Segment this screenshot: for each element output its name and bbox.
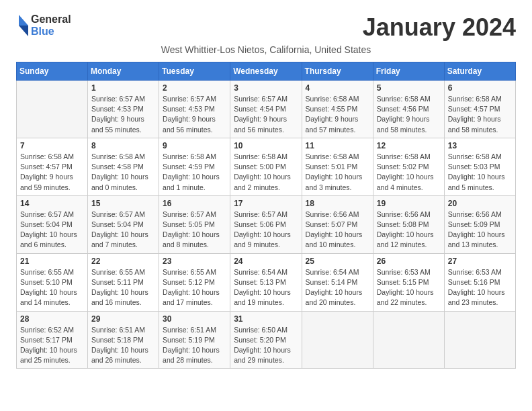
day-info: Sunrise: 6:51 AMSunset: 5:19 PMDaylight:… [163, 325, 226, 366]
day-number: 22 [91, 257, 155, 266]
calendar-cell: 2Sunrise: 6:57 AMSunset: 4:53 PMDaylight… [159, 81, 230, 138]
calendar-cell [17, 81, 88, 138]
day-number: 3 [234, 83, 298, 93]
calendar-cell: 30Sunrise: 6:51 AMSunset: 5:19 PMDayligh… [159, 311, 230, 369]
day-info: Sunrise: 6:57 AMSunset: 5:05 PMDaylight:… [163, 210, 226, 250]
day-number: 10 [234, 141, 298, 150]
day-info: Sunrise: 6:57 AMSunset: 4:54 PMDaylight:… [234, 94, 298, 135]
day-info: Sunrise: 6:54 AMSunset: 5:13 PMDaylight:… [234, 267, 298, 308]
column-header-wednesday: Wednesday [230, 62, 302, 81]
day-info: Sunrise: 6:58 AMSunset: 5:03 PMDaylight:… [448, 152, 512, 193]
day-number: 21 [20, 257, 84, 266]
calendar-week-4: 21Sunrise: 6:55 AMSunset: 5:10 PMDayligh… [17, 253, 516, 311]
svg-marker-1 [19, 26, 28, 36]
day-info: Sunrise: 6:56 AMSunset: 5:07 PMDaylight:… [306, 210, 369, 250]
calendar-week-3: 14Sunrise: 6:57 AMSunset: 5:04 PMDayligh… [17, 195, 516, 253]
day-number: 25 [306, 257, 369, 266]
day-number: 15 [91, 199, 155, 208]
day-number: 26 [377, 257, 441, 266]
day-number: 20 [448, 199, 512, 208]
calendar-cell: 11Sunrise: 6:58 AMSunset: 5:01 PMDayligh… [302, 138, 373, 195]
calendar-cell: 18Sunrise: 6:56 AMSunset: 5:07 PMDayligh… [302, 195, 373, 253]
day-info: Sunrise: 6:58 AMSunset: 4:56 PMDaylight:… [377, 94, 441, 135]
day-info: Sunrise: 6:57 AMSunset: 5:06 PMDaylight:… [234, 210, 298, 250]
logo-icon [16, 13, 30, 38]
day-info: Sunrise: 6:54 AMSunset: 5:14 PMDaylight:… [306, 267, 369, 308]
calendar-cell: 9Sunrise: 6:58 AMSunset: 4:59 PMDaylight… [159, 138, 230, 195]
calendar-cell: 1Sunrise: 6:57 AMSunset: 4:53 PMDaylight… [88, 81, 159, 138]
day-info: Sunrise: 6:58 AMSunset: 4:57 PMDaylight:… [448, 94, 512, 135]
day-number: 24 [234, 257, 298, 266]
calendar-cell: 5Sunrise: 6:58 AMSunset: 4:56 PMDaylight… [373, 81, 444, 138]
day-number: 2 [163, 83, 226, 93]
calendar-cell [444, 311, 515, 369]
calendar-week-2: 7Sunrise: 6:58 AMSunset: 4:57 PMDaylight… [17, 138, 516, 195]
column-header-friday: Friday [373, 62, 444, 81]
calendar-cell: 17Sunrise: 6:57 AMSunset: 5:06 PMDayligh… [230, 195, 302, 253]
day-info: Sunrise: 6:53 AMSunset: 5:15 PMDaylight:… [377, 267, 441, 308]
calendar-cell: 25Sunrise: 6:54 AMSunset: 5:14 PMDayligh… [302, 253, 373, 311]
column-header-saturday: Saturday [444, 62, 515, 81]
day-number: 14 [20, 199, 84, 208]
calendar-cell: 29Sunrise: 6:51 AMSunset: 5:18 PMDayligh… [88, 311, 159, 369]
day-number: 30 [163, 314, 226, 324]
logo-text-blue: Blue [31, 26, 71, 38]
calendar-cell: 21Sunrise: 6:55 AMSunset: 5:10 PMDayligh… [17, 253, 88, 311]
day-number: 1 [91, 83, 155, 93]
column-header-tuesday: Tuesday [159, 62, 230, 81]
day-info: Sunrise: 6:51 AMSunset: 5:18 PMDaylight:… [91, 325, 155, 366]
day-info: Sunrise: 6:58 AMSunset: 5:01 PMDaylight:… [306, 152, 369, 193]
logo-container: General Blue [16, 13, 71, 38]
calendar-cell: 22Sunrise: 6:55 AMSunset: 5:11 PMDayligh… [88, 253, 159, 311]
day-info: Sunrise: 6:58 AMSunset: 4:59 PMDaylight:… [163, 152, 226, 193]
calendar-cell: 4Sunrise: 6:58 AMSunset: 4:55 PMDaylight… [302, 81, 373, 138]
day-info: Sunrise: 6:56 AMSunset: 5:09 PMDaylight:… [448, 210, 512, 250]
day-info: Sunrise: 6:56 AMSunset: 5:08 PMDaylight:… [377, 210, 441, 250]
logo-text-general: General [31, 13, 71, 26]
day-number: 17 [234, 199, 298, 208]
calendar-cell: 14Sunrise: 6:57 AMSunset: 5:04 PMDayligh… [17, 195, 88, 253]
day-number: 16 [163, 199, 226, 208]
calendar-cell: 13Sunrise: 6:58 AMSunset: 5:03 PMDayligh… [444, 138, 515, 195]
day-info: Sunrise: 6:58 AMSunset: 5:02 PMDaylight:… [377, 152, 441, 193]
month-title: January 2024 [363, 13, 516, 42]
calendar-week-5: 28Sunrise: 6:52 AMSunset: 5:17 PMDayligh… [17, 311, 516, 369]
calendar-cell: 8Sunrise: 6:58 AMSunset: 4:58 PMDaylight… [88, 138, 159, 195]
day-info: Sunrise: 6:57 AMSunset: 5:04 PMDaylight:… [20, 210, 84, 250]
day-info: Sunrise: 6:50 AMSunset: 5:20 PMDaylight:… [234, 325, 298, 366]
calendar-cell: 20Sunrise: 6:56 AMSunset: 5:09 PMDayligh… [444, 195, 515, 253]
page-subtitle: West Whittier-Los Nietos, California, Un… [16, 44, 516, 55]
calendar-week-1: 1Sunrise: 6:57 AMSunset: 4:53 PMDaylight… [17, 81, 516, 138]
calendar-cell: 31Sunrise: 6:50 AMSunset: 5:20 PMDayligh… [230, 311, 302, 369]
calendar-cell: 28Sunrise: 6:52 AMSunset: 5:17 PMDayligh… [17, 311, 88, 369]
day-number: 13 [448, 141, 512, 150]
day-number: 19 [377, 199, 441, 208]
day-number: 5 [377, 83, 441, 93]
calendar-cell: 26Sunrise: 6:53 AMSunset: 5:15 PMDayligh… [373, 253, 444, 311]
calendar-cell: 27Sunrise: 6:53 AMSunset: 5:16 PMDayligh… [444, 253, 515, 311]
day-info: Sunrise: 6:55 AMSunset: 5:10 PMDaylight:… [20, 267, 84, 308]
day-number: 29 [91, 314, 155, 324]
calendar-cell: 15Sunrise: 6:57 AMSunset: 5:04 PMDayligh… [88, 195, 159, 253]
day-number: 11 [306, 141, 369, 150]
day-number: 23 [163, 257, 226, 266]
calendar-cell: 12Sunrise: 6:58 AMSunset: 5:02 PMDayligh… [373, 138, 444, 195]
day-info: Sunrise: 6:55 AMSunset: 5:12 PMDaylight:… [163, 267, 226, 308]
calendar-cell: 7Sunrise: 6:58 AMSunset: 4:57 PMDaylight… [17, 138, 88, 195]
day-number: 8 [91, 141, 155, 150]
calendar-cell: 6Sunrise: 6:58 AMSunset: 4:57 PMDaylight… [444, 81, 515, 138]
column-header-monday: Monday [88, 62, 159, 81]
day-number: 9 [163, 141, 226, 150]
calendar-cell: 24Sunrise: 6:54 AMSunset: 5:13 PMDayligh… [230, 253, 302, 311]
calendar-cell: 3Sunrise: 6:57 AMSunset: 4:54 PMDaylight… [230, 81, 302, 138]
logo: General Blue [16, 13, 71, 38]
day-number: 12 [377, 141, 441, 150]
calendar-cell [302, 311, 373, 369]
day-number: 31 [234, 314, 298, 324]
day-info: Sunrise: 6:58 AMSunset: 4:58 PMDaylight:… [91, 152, 155, 193]
day-number: 4 [306, 83, 369, 93]
day-info: Sunrise: 6:57 AMSunset: 4:53 PMDaylight:… [91, 94, 155, 135]
day-number: 7 [20, 141, 84, 150]
column-header-sunday: Sunday [17, 62, 88, 81]
svg-marker-0 [19, 15, 28, 26]
